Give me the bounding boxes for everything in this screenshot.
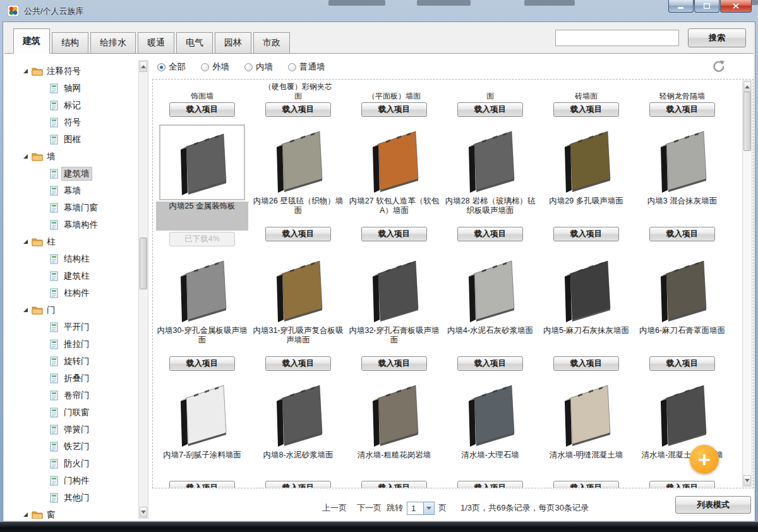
- search-button[interactable]: 搜索: [688, 28, 746, 47]
- grid-item-1-3[interactable]: 内墙27 软包人造革（软包A）墙面载入项目: [347, 124, 441, 246]
- add-button[interactable]: +: [690, 445, 719, 474]
- thumbnail[interactable]: [267, 378, 330, 449]
- thumbnail[interactable]: [555, 254, 618, 325]
- thumbnail[interactable]: [555, 124, 618, 195]
- radio-icon[interactable]: [201, 63, 209, 71]
- tree-folder-11[interactable]: 柱: [18, 233, 138, 250]
- load-into-project-button[interactable]: 载入项目: [361, 481, 427, 488]
- load-into-project-button[interactable]: 载入项目: [553, 356, 619, 371]
- tree-item-13[interactable]: 建筑柱: [18, 267, 138, 284]
- load-into-project-button[interactable]: 载入项目: [169, 481, 235, 488]
- thumbnail[interactable]: [651, 378, 714, 449]
- tree-item-22[interactable]: 弹簧门: [18, 421, 138, 438]
- expand-arrow-icon[interactable]: [22, 153, 29, 160]
- download-progress-button[interactable]: 已下载4%: [169, 232, 235, 246]
- scrollbar-thumb[interactable]: [140, 238, 147, 289]
- close-button[interactable]: [720, 0, 752, 13]
- tree-item-14[interactable]: 柱构件: [18, 284, 138, 301]
- load-into-project-button[interactable]: 载入项目: [553, 227, 619, 241]
- tree-item-18[interactable]: 旋转门: [18, 353, 138, 370]
- load-into-project-button[interactable]: 载入项目: [361, 227, 427, 241]
- thumbnail[interactable]: [459, 254, 522, 325]
- search-input[interactable]: [555, 30, 679, 46]
- tree-folder-15[interactable]: 门: [18, 301, 138, 318]
- tree-item-2[interactable]: 轴网: [18, 80, 138, 97]
- grid-item-2-6[interactable]: 内墙6-麻刀石膏罩面墙面载入项目: [635, 254, 729, 371]
- tree-item-17[interactable]: 推拉门: [18, 336, 138, 353]
- sidebar-scrollbar[interactable]: [138, 60, 148, 519]
- combo-dropdown-icon[interactable]: [423, 502, 434, 514]
- load-into-project-button[interactable]: 载入项目: [265, 102, 331, 117]
- filter-option-4[interactable]: 普通墙: [288, 61, 325, 73]
- expand-arrow-icon[interactable]: [22, 306, 29, 313]
- thumbnail[interactable]: [363, 378, 426, 449]
- grid-item-1-2[interactable]: 内墙26 壁毯毡（织物）墙面载入项目: [251, 124, 345, 246]
- grid-item-2-3[interactable]: 内墙32-穿孔石膏板吸声墙面载入项目: [347, 254, 441, 371]
- grid-scrollbar-up-arrow[interactable]: [743, 82, 751, 92]
- load-into-project-button[interactable]: 载入项目: [649, 102, 715, 117]
- load-into-project-button[interactable]: 载入项目: [265, 481, 331, 488]
- grid-item-partial-6[interactable]: 轻钢龙骨隔墙载入项目: [635, 81, 729, 117]
- load-into-project-button[interactable]: 载入项目: [361, 102, 427, 117]
- radio-icon[interactable]: [157, 63, 165, 71]
- grid-item-2-2[interactable]: 内墙31-穿孔吸声复合板吸声墙面载入项目: [251, 254, 345, 371]
- grid-item-3-4[interactable]: 清水墙-大理石墙载入项目: [443, 378, 537, 488]
- load-into-project-button[interactable]: 载入项目: [457, 227, 523, 241]
- prev-page-link[interactable]: 上一页: [322, 502, 347, 514]
- page-number-select[interactable]: 1: [407, 502, 435, 515]
- grid-item-3-6[interactable]: 清水墙-混凝土空心砖墙载入项目: [635, 378, 729, 488]
- grid-item-1-5[interactable]: 内墙29 多孔吸声墙面载入项目: [539, 124, 633, 246]
- tab-3[interactable]: 给排水: [90, 32, 136, 54]
- radio-icon[interactable]: [288, 63, 296, 71]
- grid-item-3-3[interactable]: 清水墙-粗糙花岗岩墙载入项目: [347, 378, 441, 488]
- tree-item-8[interactable]: 幕墙: [18, 182, 138, 199]
- tree-item-7[interactable]: 建筑墙: [18, 165, 138, 182]
- tree-item-25[interactable]: 门构件: [18, 472, 138, 489]
- grid-item-partial-4[interactable]: 面载入项目: [443, 81, 537, 117]
- tab-7[interactable]: 市政: [253, 32, 290, 54]
- thumbnail[interactable]: [459, 124, 522, 195]
- thumbnail[interactable]: [651, 254, 714, 325]
- grid-scrollbar-down-arrow[interactable]: [743, 475, 751, 486]
- tab-1[interactable]: 建筑: [13, 28, 50, 54]
- grid-item-partial-1[interactable]: 饰面墙载入项目: [155, 81, 249, 117]
- grid-item-partial-5[interactable]: 砖墙面载入项目: [539, 81, 633, 117]
- load-into-project-button[interactable]: 载入项目: [457, 356, 523, 371]
- tree-item-3[interactable]: 标记: [18, 97, 138, 114]
- tree-item-10[interactable]: 幕墙构件: [18, 216, 138, 233]
- grid-item-partial-2[interactable]: （硬包覆）彩钢夹芯 面载入项目: [251, 81, 345, 117]
- load-into-project-button[interactable]: 载入项目: [169, 356, 235, 371]
- tree-item-19[interactable]: 折叠门: [18, 370, 138, 387]
- tab-2[interactable]: 结构: [52, 32, 88, 54]
- tree-item-5[interactable]: 图框: [18, 131, 138, 148]
- thumbnail[interactable]: [555, 378, 618, 449]
- grid-scrollbar-thumb[interactable]: [743, 92, 751, 151]
- grid-item-1-6[interactable]: 内墙3 混合抹灰墙面载入项目: [635, 124, 729, 246]
- grid-item-3-1[interactable]: 内墙7-刮腻子涂料墙面载入项目: [155, 378, 249, 488]
- grid-item-partial-3[interactable]: （平面板）墙面载入项目: [347, 81, 441, 117]
- grid-item-2-1[interactable]: 内墙30-穿孔金属板吸声墙面载入项目: [155, 254, 249, 371]
- grid-item-3-2[interactable]: 内墙8-水泥砂浆墙面载入项目: [251, 378, 345, 488]
- thumbnail[interactable]: [651, 124, 714, 195]
- load-into-project-button[interactable]: 载入项目: [265, 227, 331, 241]
- list-mode-button[interactable]: 列表模式: [675, 496, 751, 514]
- tree-folder-1[interactable]: 注释符号: [18, 63, 138, 80]
- grid-item-1-4[interactable]: 内墙28 岩棉（玻璃棉）毡织板吸声墙面载入项目: [443, 124, 537, 246]
- filter-option-1[interactable]: 全部: [157, 61, 186, 73]
- load-into-project-button[interactable]: 载入项目: [649, 227, 715, 241]
- grid-item-1-1[interactable]: 内墙25 金属装饰板已下载4%: [155, 124, 249, 246]
- grid-item-2-5[interactable]: 内墙5-麻刀石灰抹灰墙面载入项目: [539, 254, 633, 371]
- tab-5[interactable]: 电气: [176, 32, 213, 54]
- expand-arrow-icon[interactable]: [22, 511, 29, 518]
- refresh-icon[interactable]: [711, 59, 726, 74]
- tree-item-9[interactable]: 幕墙门窗: [18, 199, 138, 216]
- tree-item-20[interactable]: 卷帘门: [18, 387, 138, 404]
- load-into-project-button[interactable]: 载入项目: [553, 102, 619, 117]
- filter-option-3[interactable]: 内墙: [244, 61, 273, 73]
- load-into-project-button[interactable]: 载入项目: [265, 356, 331, 371]
- thumbnail[interactable]: [171, 254, 234, 325]
- tree-item-23[interactable]: 铁艺门: [18, 438, 138, 455]
- tab-4[interactable]: 暖通: [138, 32, 174, 54]
- maximize-button[interactable]: [694, 0, 719, 13]
- grid-scrollbar[interactable]: [742, 80, 752, 487]
